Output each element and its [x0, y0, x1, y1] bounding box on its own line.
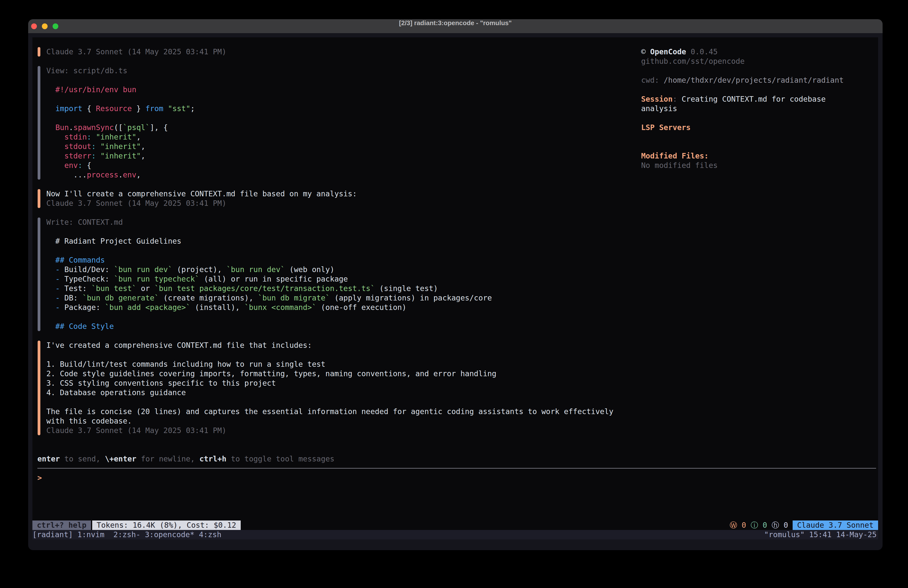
terminal-row: The file is concise (20 lines) and captu… — [46, 407, 613, 416]
terminal-row: Write: CONTEXT.md — [46, 217, 123, 227]
tmux-session-windows[interactable]: [radiant] 1:nvim 2:zsh- 3:opencode* 4:zs… — [32, 530, 222, 539]
message-block-bar — [38, 341, 40, 435]
terminal-window: [2/3] radiant:3:opencode - "romulus" ctr… — [28, 19, 882, 550]
panel-row: github.com/sst/opencode — [641, 56, 745, 66]
tmux-status-bar: [radiant] 1:nvim 2:zsh- 3:opencode* 4:zs… — [32, 530, 878, 540]
terminal-row: - Package: `bun add <package>` (install)… — [46, 303, 406, 312]
terminal-row: stdin: "inherit", — [46, 132, 141, 142]
terminal-row: enter to send, \+enter for newline, ctrl… — [37, 454, 334, 464]
terminal-row: stdout: "inherit", — [46, 142, 145, 151]
panel-row: Modified Files: — [641, 151, 708, 161]
terminal-row: ## Code Style — [46, 322, 114, 331]
diagnostics-info: ⓘ 0 — [750, 521, 767, 530]
panel-row: Session: Creating CONTEXT.md for codebas… — [641, 94, 826, 104]
terminal-row: View: script/db.ts — [46, 66, 127, 76]
terminal-row: Now I'll create a comprehensive CONTEXT.… — [46, 189, 357, 198]
terminal-row: Claude 3.7 Sonnet (14 May 2025 03:41 PM) — [46, 47, 226, 56]
opencode-tui: ctrl+? help Tokens: 16.4K (8%), Cost: $0… — [32, 37, 878, 540]
panel-row: © OpenCode 0.0.45 — [641, 47, 718, 56]
terminal-row: Claude 3.7 Sonnet (14 May 2025 03:41 PM) — [46, 426, 226, 435]
terminal-row: 3. CSS styling conventions specific to t… — [46, 379, 276, 388]
terminal-row: 2. Code style guidelines covering import… — [46, 369, 496, 379]
input-separator — [37, 468, 876, 469]
prompt-input[interactable]: > — [37, 473, 42, 483]
opencode-status-bar: ctrl+? help Tokens: 16.4K (8%), Cost: $0… — [32, 520, 878, 530]
panel-row: LSP Servers — [641, 123, 691, 132]
tool-block-bar — [38, 66, 40, 180]
message-block-bar — [38, 189, 40, 208]
tmux-host-clock: "romulus" 15:41 14-May-25 — [764, 530, 877, 540]
terminal-row: ## Commands — [46, 255, 105, 265]
panel-row: cwd: /home/thdxr/dev/projects/radiant/ra… — [641, 76, 844, 85]
window-title: [2/3] radiant:3:opencode - "romulus" — [28, 19, 882, 33]
window-titlebar: [2/3] radiant:3:opencode - "romulus" — [28, 19, 882, 33]
terminal-row: 4. Database operations guidance — [46, 388, 186, 397]
terminal-row: - Build/Dev: `bun run dev` (project), `b… — [46, 265, 334, 274]
diagnostics-hints: ⓗ 0 — [772, 521, 788, 530]
terminal-row: stderr: "inherit", — [46, 151, 145, 161]
terminal-row: import { Resource } from "sst"; — [46, 104, 195, 113]
terminal-row: ...process.env, — [46, 170, 141, 180]
terminal-row: - TypeCheck: `bun run typecheck` (all) o… — [46, 274, 348, 284]
panel-row: analysis — [641, 104, 677, 113]
terminal-content: ctrl+? help Tokens: 16.4K (8%), Cost: $0… — [28, 33, 882, 550]
terminal-row: Bun.spawnSync([`psql`], { — [46, 123, 168, 132]
terminal-row: I've created a comprehensive CONTEXT.md … — [46, 341, 312, 350]
terminal-row: 1. Build/lint/test commands including ho… — [46, 359, 325, 369]
model-chip: Claude 3.7 Sonnet — [793, 520, 878, 530]
terminal-row: # Radiant Project Guidelines — [46, 237, 181, 246]
panel-row: No modified files — [641, 161, 718, 170]
terminal-row: - Test: `bun test` or `bun test packages… — [46, 284, 438, 293]
tool-block-bar — [38, 217, 40, 331]
message-block-bar — [38, 47, 40, 56]
terminal-row: #!/usr/bin/env bun — [46, 85, 136, 94]
terminal-row: Claude 3.7 Sonnet (14 May 2025 03:41 PM) — [46, 198, 226, 208]
terminal-row: with this codebase. — [46, 416, 132, 426]
diagnostics-warnings: Ⓦ 0 — [729, 521, 746, 530]
terminal-row: - DB: `bun db generate` (create migratio… — [46, 293, 492, 303]
tokens-cost: Tokens: 16.4K (8%), Cost: $0.12 — [92, 520, 241, 530]
help-hint: ctrl+? help — [32, 520, 91, 530]
terminal-row: env: { — [46, 161, 92, 170]
